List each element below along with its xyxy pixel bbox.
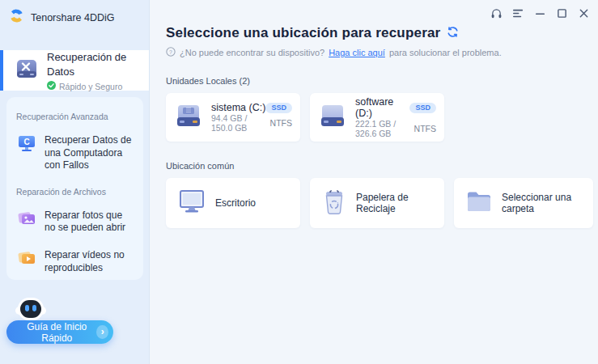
drive-filesystem: NTFS (414, 124, 436, 133)
video-repair-icon (16, 248, 37, 272)
sidebar-item-label: Reparar fotos que no se pueden abrir (45, 208, 135, 235)
sidebar-item-label: Reparar vídeos no reproducibles (45, 248, 135, 274)
recycle-bin-icon (321, 188, 347, 218)
sidebar: Tenorshare 4DDiG Recuperación de Datos (0, 0, 150, 364)
drive-capacity: 222.1 GB / 326.6 GB (355, 119, 414, 138)
app-title: Tenorshare 4DDiG (31, 12, 115, 23)
assistant-robot-icon[interactable] (13, 293, 49, 325)
desktop-icon (177, 188, 206, 218)
sidebar-item-video-repair[interactable]: Reparar vídeos no reproducibles (15, 244, 135, 284)
drive-tools-icon (15, 57, 39, 84)
help-text-suffix: para solucionar el problema. (389, 48, 502, 57)
crashed-computer-icon: C (16, 133, 37, 157)
local-drives-label: Unidades Locales (2) (166, 76, 598, 86)
common-locations-label: Ubicación común (166, 161, 598, 171)
support-headset-icon[interactable] (490, 6, 503, 19)
maximize-icon[interactable] (555, 6, 568, 19)
drive-name: sistema (C:) (211, 102, 265, 113)
drive-name: software (D:) (355, 96, 409, 119)
question-circle-icon: ? (166, 47, 176, 58)
page-title: Seleccione una ubicación para recuperar (166, 25, 440, 41)
help-text-prefix: ¿No puede encontrar su dispositivo? (180, 48, 324, 57)
window-controls (490, 6, 590, 19)
hard-drive-icon (318, 103, 347, 132)
location-card-recycle-bin[interactable]: Papelera de Reciclaje (310, 178, 444, 228)
drive-capacity: 94.4 GB / 150.0 GB (211, 113, 270, 133)
ssd-badge: SSD (409, 103, 436, 113)
photo-repair-icon (16, 208, 37, 232)
main-content: Seleccione una ubicación para recuperar … (150, 0, 598, 364)
svg-text:C: C (23, 138, 29, 146)
location-label: Papelera de Reciclaje (356, 192, 444, 214)
sidebar-item-label: Recuperar Datos de una Computadora con F… (45, 133, 135, 172)
hard-drive-icon (174, 103, 203, 132)
sidebar-item-crashed-computer[interactable]: C Recuperar Datos de una Computadora con… (15, 129, 135, 182)
location-card-select-folder[interactable]: Seleccionar una carpeta (454, 178, 593, 228)
folder-icon (465, 189, 493, 217)
svg-text:?: ? (169, 49, 172, 55)
location-card-desktop[interactable]: Escritorio (166, 178, 300, 228)
app-window: Tenorshare 4DDiG Recuperación de Datos (0, 0, 598, 364)
section-label-advanced-recovery: Recuperación Avanzada (16, 112, 135, 121)
device-help-text: ? ¿No puede encontrar su dispositivo? Ha… (166, 47, 598, 58)
refresh-icon[interactable] (447, 26, 459, 41)
drive-card-c[interactable]: sistema (C:) SSD 94.4 GB / 150.0 GB NTFS (166, 93, 300, 142)
drive-card-d[interactable]: software (D:) SSD 222.1 GB / 326.6 GB NT… (310, 93, 444, 142)
sidebar-item-label: Recuperación de Datos (47, 51, 126, 78)
sidebar-item-sublabel: Rápido y Seguro (59, 82, 122, 91)
location-label: Seleccionar una carpeta (502, 192, 593, 214)
drive-cards-row: sistema (C:) SSD 94.4 GB / 150.0 GB NTFS (166, 93, 598, 142)
drive-filesystem: NTFS (270, 118, 292, 128)
logo-icon (8, 7, 25, 28)
check-badge-icon (47, 81, 56, 91)
sidebar-item-data-recovery[interactable]: Recuperación de Datos Rápido y Seguro (0, 50, 149, 91)
sidebar-panel: Recuperación Avanzada C Recuperar Datos … (6, 97, 143, 280)
sidebar-item-photo-repair[interactable]: Reparar fotos que no se pueden abrir (15, 205, 135, 244)
menu-icon[interactable] (511, 6, 524, 19)
ssd-badge: SSD (265, 103, 292, 113)
help-link[interactable]: Haga clic aquí (329, 48, 385, 57)
minimize-icon[interactable] (533, 6, 546, 19)
location-cards-row: Escritorio Papelera de Reciclaje (166, 178, 598, 228)
chevron-right-icon: › (96, 325, 108, 339)
close-icon[interactable] (577, 6, 590, 19)
location-label: Escritorio (215, 197, 256, 209)
section-label-file-repair: Reparación de Archivos (16, 187, 135, 197)
app-logo: Tenorshare 4DDiG (0, 0, 149, 28)
